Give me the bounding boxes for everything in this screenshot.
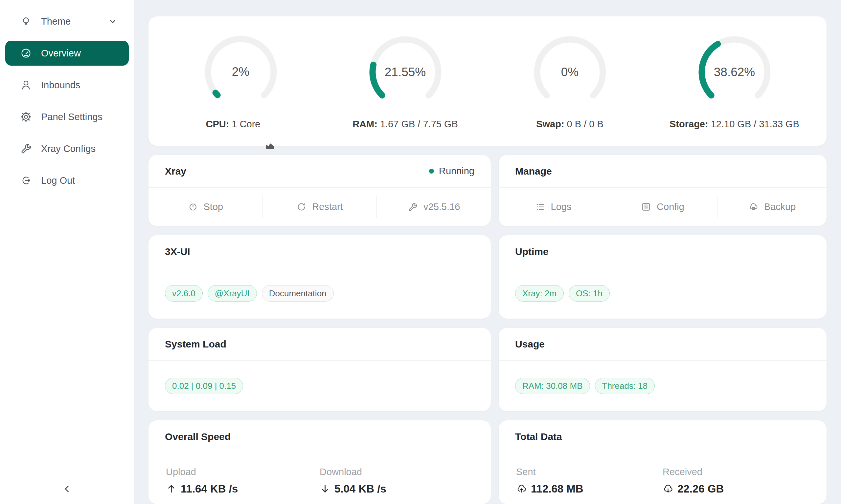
- load-average-tag: 0.02 | 0.09 | 0.15: [165, 378, 243, 394]
- system-load-card-title: System Load: [165, 339, 226, 350]
- chevron-left-icon: [62, 483, 73, 494]
- sidebar-item-label: Overview: [41, 48, 81, 59]
- bulb-icon: [20, 15, 32, 27]
- ram-percent: 21.55%: [366, 33, 445, 111]
- uptime-card-title: Uptime: [515, 246, 549, 257]
- download-label: Download: [320, 467, 474, 478]
- restart-button[interactable]: Restart: [263, 188, 377, 226]
- xray-actions: Stop Restart: [149, 188, 491, 226]
- status-dot-icon: [429, 169, 434, 174]
- storage-label: Storage: 12.10 GB / 31.33 GB: [670, 119, 799, 130]
- config-button[interactable]: Config: [608, 188, 717, 226]
- sidebar: Theme Overview Inbounds: [0, 0, 134, 504]
- xray-uptime-tag: Xray: 2m: [515, 285, 564, 302]
- swap-label: Swap: 0 B / 0 B: [536, 119, 603, 130]
- sent-value: 112.68 MB: [516, 483, 663, 495]
- logs-button[interactable]: Logs: [499, 188, 608, 226]
- overall-speed-stats: Upload 11.64 KB /s Download 5.04: [149, 453, 491, 504]
- os-uptime-tag: OS: 1h: [569, 285, 610, 302]
- logout-icon: [20, 175, 32, 186]
- threads-tag: Threads: 18: [595, 378, 655, 394]
- cpu-percent: 2%: [201, 33, 280, 111]
- cpu-label: CPU: 1 Core: [206, 119, 276, 130]
- download-stat: Download 5.04 KB /s: [320, 467, 474, 495]
- list-icon: [535, 202, 545, 212]
- storage-gauge: 38.62% Storage: 12.10 GB / 31.33 GB: [652, 33, 817, 130]
- sidebar-collapse-button[interactable]: [0, 479, 134, 499]
- system-load-tags: 0.02 | 0.09 | 0.15: [149, 361, 491, 411]
- upload-label: Upload: [166, 467, 320, 478]
- total-data-card: Total Data Sent 112.68 MB: [499, 420, 826, 504]
- download-value: 5.04 KB /s: [320, 483, 474, 495]
- ram-gauge-ring: 21.55%: [366, 33, 445, 111]
- total-data-card-header: Total Data: [499, 420, 826, 453]
- sidebar-item-label: Theme: [41, 16, 71, 27]
- version-tag[interactable]: v2.6.0: [165, 285, 203, 302]
- xui-tags: v2.6.0 @XrayUI Documentation: [149, 268, 491, 318]
- power-icon: [188, 202, 198, 212]
- gear-icon: [20, 111, 32, 123]
- arrow-down-icon: [320, 483, 330, 494]
- backup-button-label: Backup: [764, 201, 796, 212]
- stop-button-label: Stop: [204, 201, 223, 212]
- usage-card: Usage RAM: 30.08 MB Threads: 18: [499, 328, 826, 411]
- user-icon: [20, 79, 32, 91]
- sidebar-item-theme[interactable]: Theme: [5, 9, 129, 34]
- documentation-tag[interactable]: Documentation: [262, 285, 334, 302]
- arrow-up-icon: [166, 483, 177, 494]
- sidebar-item-label: Log Out: [41, 175, 75, 186]
- system-gauges-card: 2% CPU: 1 Core 21.55% RAM: 1.67 GB /: [149, 16, 826, 146]
- xui-card: 3X-UI v2.6.0 @XrayUI Documentation: [149, 235, 491, 319]
- sidebar-item-panel-settings[interactable]: Panel Settings: [5, 104, 129, 129]
- reload-icon: [296, 202, 307, 212]
- sidebar-item-label: Inbounds: [41, 80, 80, 91]
- xrayui-tag[interactable]: @XrayUI: [208, 285, 257, 302]
- stop-button[interactable]: Stop: [149, 188, 262, 226]
- upload-stat: Upload 11.64 KB /s: [166, 467, 320, 495]
- uptime-card-header: Uptime: [499, 235, 826, 268]
- sidebar-item-inbounds[interactable]: Inbounds: [5, 73, 129, 97]
- overall-speed-card-title: Overall Speed: [165, 431, 230, 442]
- sidebar-item-log-out[interactable]: Log Out: [5, 168, 129, 193]
- xray-card-title: Xray: [165, 166, 186, 177]
- xray-card: Xray Running Stop: [149, 155, 491, 226]
- cpu-gauge: 2% CPU: 1 Core: [158, 33, 323, 130]
- uptime-card: Uptime Xray: 2m OS: 1h: [499, 235, 826, 319]
- wrench-icon: [408, 202, 418, 212]
- control-icon: [641, 202, 651, 212]
- manage-card: Manage Logs: [499, 155, 826, 226]
- received-label: Received: [663, 467, 809, 478]
- sidebar-item-label: Xray Configs: [41, 143, 96, 154]
- total-data-card-title: Total Data: [515, 431, 562, 442]
- uptime-tags: Xray: 2m OS: 1h: [499, 268, 826, 318]
- usage-card-header: Usage: [499, 328, 826, 361]
- backup-button[interactable]: Backup: [718, 188, 826, 226]
- ram-usage-tag: RAM: 30.08 MB: [515, 378, 590, 394]
- storage-gauge-ring: 38.62%: [695, 33, 774, 111]
- total-data-stats: Sent 112.68 MB Received: [499, 453, 826, 504]
- wrench-icon: [20, 143, 32, 155]
- upload-value: 11.64 KB /s: [166, 483, 320, 495]
- cloud-download-icon: [663, 483, 673, 494]
- usage-card-title: Usage: [515, 339, 545, 350]
- xui-card-header: 3X-UI: [149, 235, 491, 268]
- xray-status-text: Running: [439, 166, 474, 177]
- area-chart-icon[interactable]: [264, 119, 276, 130]
- sidebar-item-overview[interactable]: Overview: [5, 41, 129, 66]
- xray-version-button[interactable]: v25.5.16: [377, 188, 491, 226]
- sent-stat: Sent 112.68 MB: [516, 467, 663, 495]
- manage-card-title: Manage: [515, 166, 552, 177]
- swap-percent: 0%: [531, 33, 610, 111]
- logs-button-label: Logs: [551, 201, 572, 212]
- overall-speed-card-header: Overall Speed: [149, 420, 491, 453]
- sidebar-nav: Theme Overview Inbounds: [0, 0, 134, 193]
- ram-gauge: 21.55% RAM: 1.67 GB / 7.75 GB: [323, 33, 487, 130]
- sidebar-item-xray-configs[interactable]: Xray Configs: [5, 136, 129, 161]
- cloud-upload-icon: [516, 483, 527, 494]
- xray-version-label: v25.5.16: [424, 201, 460, 212]
- main-content: 2% CPU: 1 Core 21.55% RAM: 1.67 GB /: [134, 0, 841, 504]
- swap-gauge-ring: 0%: [531, 33, 610, 111]
- ram-label: RAM: 1.67 GB / 7.75 GB: [353, 119, 458, 130]
- usage-tags: RAM: 30.08 MB Threads: 18: [499, 361, 826, 411]
- sent-label: Sent: [516, 467, 663, 478]
